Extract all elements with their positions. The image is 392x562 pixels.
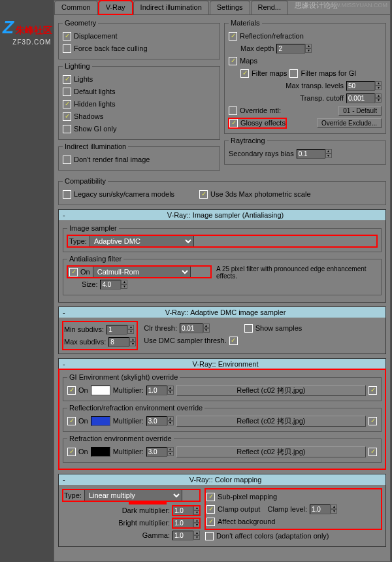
override-checkbox[interactable] [229,107,237,115]
spinner-down-icon[interactable]: ▾ [305,48,312,53]
minsub-input[interactable] [106,325,127,335]
showsamples-checkbox[interactable] [244,324,253,333]
refr-map-checkbox[interactable] [368,448,377,456]
affectbg-label: Affect background [218,518,275,525]
tab-render[interactable]: Rend... [251,1,288,14]
tab-settings[interactable]: Settings [210,1,250,14]
clamp-checkbox[interactable] [206,505,215,514]
dmc-header[interactable]: -V-Ray:: Adaptive DMC image sampler [59,307,385,318]
shadows-label: Shadows [74,112,103,120]
collapse-icon: - [63,360,69,368]
showgi-checkbox[interactable] [63,125,71,133]
aa-filter-group: Antialiasing filter On Catmull-Rom Size:… [63,255,382,295]
materials-legend: Materials [229,19,262,27]
aa-size-input[interactable] [100,280,121,289]
type-label: Type: [69,237,87,245]
dontaffect-checkbox[interactable] [205,532,214,540]
showsamples-label: Show samples [255,324,302,332]
refr-color-swatch[interactable] [91,447,110,457]
defaultlights-checkbox[interactable] [63,88,71,96]
legacy-label: Legacy sun/sky/camera models [74,190,174,198]
minsub-label: Min subdivs: [64,325,104,333]
gi-on-checkbox[interactable] [67,386,76,395]
aa-filter-select[interactable]: Catmull-Rom [93,266,191,278]
colormap-header[interactable]: -V-Ray:: Color mapping [59,474,385,485]
dontrender-checkbox[interactable] [63,156,71,164]
raytracing-legend: Raytracing [229,137,267,144]
dontaffect-label: Don't affect colors (adaptation only) [216,532,329,540]
lighting-group: Lighting Lights Default lights Hidden li… [58,62,220,140]
transp-label: Max transp. levels [286,82,344,90]
gamma-input[interactable] [172,531,193,540]
refl-on-checkbox[interactable] [67,417,76,425]
glossy-checkbox[interactable] [229,119,238,127]
dark-input[interactable] [172,506,193,516]
clamplvl-label: Clamp level: [268,505,308,513]
bias-input[interactable] [297,149,325,159]
clamplvl-input[interactable] [310,504,331,514]
maxdepth-input[interactable] [276,44,305,54]
tab-common[interactable]: Common [54,1,98,14]
use3ds-checkbox[interactable] [199,190,208,199]
aa-on-label: On [80,268,90,276]
showgi-label: Show GI only [74,125,116,133]
filtermaps-label: Filter maps [252,69,287,77]
sampler-type-select[interactable]: Adaptive DMC [90,235,194,247]
clr-input[interactable] [180,323,203,333]
watermark-url: WWW.MISSYUAN.COM [323,2,387,8]
tab-vray[interactable]: V-Ray [99,1,133,14]
cm-type-label: Type: [64,491,82,499]
bright-input[interactable] [172,518,193,528]
affectbg-checkbox[interactable] [206,518,215,526]
gi-map-checkbox[interactable] [368,386,377,395]
filtergi-checkbox[interactable] [289,69,298,78]
transp-input[interactable] [346,81,375,91]
refr-on-checkbox[interactable] [67,448,76,456]
spinner-up-icon[interactable]: ▴ [305,44,312,48]
gi-color-swatch[interactable] [91,386,110,395]
reflrefr-checkbox[interactable] [229,32,237,41]
lights-checkbox[interactable] [63,75,71,84]
refr-mult-input[interactable] [146,447,167,457]
exclude-button[interactable]: Override Exclude... [317,118,382,128]
geometry-legend: Geometry [63,19,98,27]
dmc-rollout: -V-Ray:: Adaptive DMC image sampler Min … [58,306,386,354]
compat-group: Compatibility Legacy sun/sky/camera mode… [58,177,386,205]
maps-checkbox[interactable] [229,57,237,65]
legacy-checkbox[interactable] [63,190,71,199]
dontrender-label: Don't render final image [74,156,150,163]
maxsub-input[interactable] [108,337,129,347]
aa-size-label: Size: [82,280,97,288]
sampler-header[interactable]: -V-Ray:: Image sampler (Antialiasing) [59,210,385,220]
tab-indirect[interactable]: Indirect illumination [133,1,209,14]
bias-label: Secondary rays bias [229,150,294,157]
subpixel-checkbox[interactable] [206,493,215,501]
refr-map-button[interactable]: Reflect (c02 拷贝.jpg) [176,446,366,457]
refl-color-swatch[interactable] [91,416,110,426]
override-button[interactable]: 01 - Default [338,106,382,116]
defaultlights-label: Default lights [74,88,116,95]
forceback-checkbox[interactable] [63,44,71,53]
gi-mult-label: Multiplier: [113,386,144,394]
forceback-label: Force back face culling [74,44,148,52]
collapse-icon: - [63,308,69,316]
env-header[interactable]: -V-Ray:: Environment [59,359,385,369]
shadows-checkbox[interactable] [63,112,71,121]
refl-map-button[interactable]: Reflect (c02 拷贝.jpg) [176,416,366,427]
filtermaps-checkbox[interactable] [240,69,249,78]
usedmc-checkbox[interactable] [229,337,238,345]
cm-type-select[interactable]: Linear multiply [84,489,182,501]
gi-map-button[interactable]: Reflect (c02 拷贝.jpg) [176,385,366,396]
refl-map-checkbox[interactable] [368,417,377,425]
gi-env-group: GI Environment (skylight) override OnMul… [63,373,382,401]
refl-mult-label: Multiplier: [113,417,144,425]
refl-mult-input[interactable] [146,416,167,426]
glossy-label: Glossy effects [240,119,286,127]
maxsub-label: Max subdivs: [64,338,106,346]
gi-mult-input[interactable] [146,386,167,395]
filtergi-label: Filter maps for GI [301,69,356,77]
hiddenlights-checkbox[interactable] [63,100,71,108]
cutoff-input[interactable] [346,93,375,103]
displacement-checkbox[interactable] [63,32,71,41]
aa-on-checkbox[interactable] [69,268,78,276]
